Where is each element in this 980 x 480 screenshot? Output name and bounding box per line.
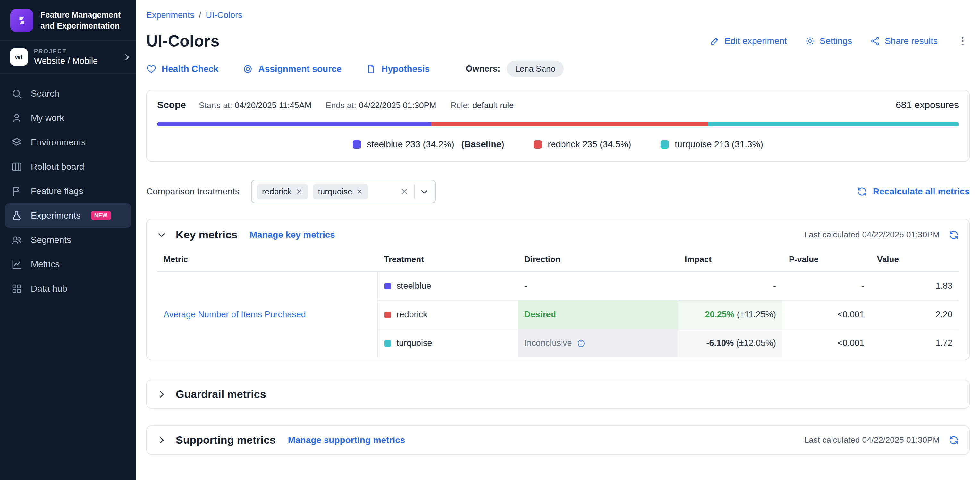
- scope-ends: Ends at:04/22/2025 01:30PM: [326, 100, 436, 110]
- bar-segment-steelblue: [157, 122, 431, 126]
- color-swatch: [534, 140, 542, 148]
- hypothesis-link[interactable]: Hypothesis: [366, 64, 430, 74]
- chart-icon: [10, 258, 23, 271]
- p-value-cell: <0.001: [783, 300, 871, 329]
- collapse-chevron-icon[interactable]: [157, 230, 166, 239]
- clear-all-icon[interactable]: [400, 187, 409, 196]
- refresh-icon[interactable]: [948, 230, 959, 240]
- app-root: Feature Management and Experimentation w…: [0, 0, 980, 480]
- subnav: Health Check Assignment source Hypothesi…: [146, 61, 970, 77]
- chip-redbrick: redbrick: [257, 184, 307, 199]
- search-icon: [10, 87, 23, 100]
- assignment-source-link[interactable]: Assignment source: [243, 64, 342, 74]
- guardrail-metrics-card: Guardrail metrics: [146, 380, 970, 409]
- section-title: Key metrics: [176, 228, 238, 241]
- remove-chip-icon[interactable]: [296, 188, 303, 195]
- baseline-label: (Baseline): [461, 139, 504, 150]
- brand-logo-icon: [10, 9, 33, 32]
- sidebar-item-search[interactable]: Search: [0, 81, 136, 106]
- key-metrics-header: Key metrics Manage key metrics Last calc…: [157, 228, 959, 241]
- sidebar-item-my-work[interactable]: My work: [0, 106, 136, 130]
- more-options-button[interactable]: [956, 35, 970, 47]
- breadcrumb: Experiments / UI-Colors: [146, 10, 970, 20]
- edit-experiment-button[interactable]: Edit experiment: [710, 36, 787, 46]
- direction-badge: Desired: [524, 309, 556, 319]
- sidebar-nav: Search My work Environments Rollout boar…: [0, 74, 136, 309]
- select-divider: [414, 185, 415, 199]
- sidebar-item-rollout-board[interactable]: Rollout board: [0, 155, 136, 179]
- heart-icon: [146, 64, 156, 74]
- supporting-metrics-card: Supporting metrics Manage supporting met…: [146, 426, 970, 454]
- direction-badge: Inconclusive: [524, 338, 672, 348]
- manage-supporting-metrics-link[interactable]: Manage supporting metrics: [288, 435, 405, 445]
- board-icon: [10, 160, 23, 173]
- manage-key-metrics-link[interactable]: Manage key metrics: [250, 230, 335, 240]
- treatment-color-dot: [385, 311, 391, 318]
- info-icon[interactable]: [577, 339, 585, 348]
- bar-segment-redbrick: [431, 122, 708, 126]
- app-logo[interactable]: Feature Management and Experimentation: [0, 0, 136, 41]
- flask-icon: [10, 209, 23, 222]
- distribution-legend: steelblue 233 (34.2%) (Baseline) redbric…: [157, 139, 959, 150]
- chevron-down-icon[interactable]: [420, 187, 429, 196]
- project-name: Website / Mobile: [34, 56, 98, 66]
- sidebar-item-experiments[interactable]: Experiments NEW: [5, 203, 131, 228]
- color-swatch: [353, 140, 361, 148]
- treatment-color-dot: [385, 340, 391, 346]
- recalculate-all-metrics-button[interactable]: Recalculate all metrics: [857, 187, 970, 197]
- owner-tag[interactable]: Lena Sano: [507, 61, 564, 77]
- section-title: Guardrail metrics: [176, 388, 266, 400]
- supporting-metrics-meta: Last calculated 04/22/2025 01:30PM: [804, 435, 959, 445]
- breadcrumb-experiments[interactable]: Experiments: [146, 10, 194, 20]
- metric-link[interactable]: Average Number of Items Purchased: [164, 309, 306, 319]
- scope-meta: Starts at:04/20/2025 11:45AM Ends at:04/…: [199, 100, 514, 110]
- refresh-icon: [857, 187, 867, 197]
- sidebar-item-segments[interactable]: Segments: [0, 228, 136, 252]
- p-value-cell: -: [783, 272, 871, 300]
- impact-cell: -: [678, 272, 783, 300]
- key-metrics-card: Key metrics Manage key metrics Last calc…: [146, 219, 970, 360]
- scope-header: Scope Starts at:04/20/2025 11:45AM Ends …: [157, 99, 959, 110]
- key-metrics-table: Metric Treatment Direction Impact P-valu…: [157, 249, 959, 357]
- sidebar-item-feature-flags[interactable]: Feature flags: [0, 179, 136, 203]
- treatment-cell: steelblue: [378, 272, 518, 300]
- refresh-icon[interactable]: [948, 435, 959, 445]
- legend-item-redbrick: redbrick 235 (34.5%): [534, 139, 631, 150]
- project-switcher[interactable]: w! PROJECT Website / Mobile: [0, 41, 136, 74]
- sidebar-item-data-hub[interactable]: Data hub: [0, 277, 136, 301]
- treatments-multiselect[interactable]: redbrick turquoise: [251, 180, 436, 203]
- chip-turquoise: turquoise: [313, 184, 369, 199]
- remove-chip-icon[interactable]: [356, 188, 363, 195]
- sidebar: Feature Management and Experimentation w…: [0, 0, 136, 480]
- sidebar-item-environments[interactable]: Environments: [0, 130, 136, 155]
- sidebar-item-metrics[interactable]: Metrics: [0, 252, 136, 277]
- health-check-link[interactable]: Health Check: [146, 64, 218, 74]
- last-calculated-text: Last calculated 04/22/2025 01:30PM: [804, 230, 940, 240]
- grid-icon: [10, 282, 23, 295]
- direction-cell: -: [518, 272, 678, 300]
- project-label: PROJECT: [34, 48, 98, 55]
- expand-chevron-icon[interactable]: [157, 390, 166, 399]
- direction-cell: Desired: [518, 300, 678, 329]
- breadcrumb-current[interactable]: UI-Colors: [206, 10, 242, 20]
- legend-item-turquoise: turquoise 213 (31.3%): [660, 139, 763, 150]
- color-swatch: [660, 140, 669, 148]
- p-value-cell: <0.001: [783, 329, 871, 357]
- share-results-button[interactable]: Share results: [870, 36, 938, 46]
- flag-icon: [10, 185, 23, 198]
- col-impact: Impact: [678, 249, 783, 272]
- table-row: Average Number of Items Purchased steelb…: [157, 272, 959, 300]
- bar-segment-turquoise: [708, 122, 959, 126]
- sidebar-item-label: Segments: [31, 235, 71, 245]
- layers-icon: [10, 136, 23, 149]
- value-cell: 1.72: [871, 329, 959, 357]
- scope-title: Scope: [157, 99, 186, 110]
- sidebar-item-label: Data hub: [31, 284, 67, 294]
- settings-button[interactable]: Settings: [805, 36, 852, 46]
- expand-chevron-icon[interactable]: [157, 436, 166, 445]
- comparison-row: Comparison treatments redbrick turquoise: [146, 180, 970, 203]
- sidebar-item-label: Experiments: [31, 210, 81, 221]
- treatment-cell: redbrick: [378, 300, 518, 329]
- kebab-menu-icon: [957, 35, 969, 47]
- exposures-count: 681 exposures: [896, 99, 959, 110]
